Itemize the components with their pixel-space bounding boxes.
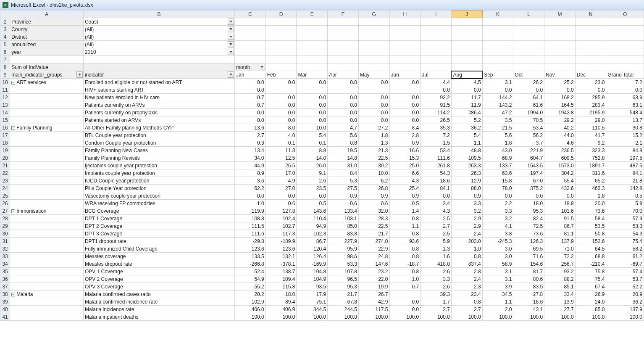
- value-cell[interactable]: 75.1: [297, 298, 328, 306]
- value-cell[interactable]: 48.8: [451, 147, 482, 154]
- value-cell[interactable]: 1.3: [358, 139, 389, 147]
- group-cell[interactable]: [10, 109, 84, 116]
- value-cell[interactable]: 0.9: [328, 192, 359, 200]
- value-cell[interactable]: 1.3: [421, 245, 452, 253]
- cell[interactable]: [297, 48, 328, 56]
- value-cell[interactable]: 95.9: [328, 245, 359, 253]
- indicator-cell[interactable]: DPT1 dropout rate: [83, 238, 234, 245]
- filter-dropdown-button[interactable]: [259, 64, 265, 70]
- value-cell[interactable]: 109.5: [451, 154, 482, 162]
- collapse-icon[interactable]: −: [11, 81, 15, 85]
- value-cell[interactable]: 26.5: [265, 162, 297, 169]
- value-cell[interactable]: 4.5: [451, 79, 482, 86]
- indicator-cell[interactable]: Enrolled and eligible but not started on…: [83, 79, 234, 86]
- value-cell[interactable]: 0.0: [358, 79, 389, 86]
- value-cell[interactable]: 133.4: [328, 207, 359, 215]
- value-cell[interactable]: 29.0: [575, 116, 606, 124]
- value-cell[interactable]: 63.9: [606, 94, 644, 101]
- cell[interactable]: [421, 63, 452, 71]
- group-cell[interactable]: [10, 313, 84, 321]
- value-cell[interactable]: 0.0: [606, 86, 644, 94]
- cell[interactable]: [544, 56, 576, 63]
- value-cell[interactable]: 24.8: [358, 253, 389, 260]
- value-cell[interactable]: 44.9: [235, 162, 266, 169]
- cell[interactable]: [575, 18, 606, 26]
- value-cell[interactable]: 0.0: [297, 192, 328, 200]
- value-cell[interactable]: 40.2: [544, 124, 576, 132]
- cell[interactable]: [421, 26, 452, 33]
- value-cell[interactable]: 95.3: [513, 207, 544, 215]
- value-cell[interactable]: 62.2: [235, 185, 266, 192]
- row-header-33[interactable]: 33: [0, 253, 10, 260]
- value-cell[interactable]: 5.9: [606, 200, 644, 207]
- pivot-filter-value[interactable]: 2010: [83, 48, 234, 56]
- value-cell[interactable]: -18.7: [389, 260, 421, 268]
- value-cell[interactable]: 12.5: [265, 154, 297, 162]
- value-cell[interactable]: 31.0: [328, 162, 359, 169]
- cell[interactable]: [544, 48, 576, 56]
- indicator-cell[interactable]: IUCD Couple year protection: [83, 177, 234, 185]
- value-cell[interactable]: 26.7: [358, 291, 389, 298]
- value-cell[interactable]: 16.6: [389, 147, 421, 154]
- value-cell[interactable]: 11.7: [451, 94, 482, 101]
- value-cell[interactable]: 9.1: [297, 169, 328, 177]
- row-header-28[interactable]: 28: [0, 215, 10, 222]
- cell[interactable]: [358, 56, 389, 63]
- value-cell[interactable]: 3.1: [482, 275, 513, 283]
- value-cell[interactable]: 27.7: [544, 306, 576, 313]
- month-header[interactable]: Jul: [421, 71, 452, 79]
- value-cell[interactable]: 285.9: [575, 94, 606, 101]
- group-cell[interactable]: [10, 298, 84, 306]
- indicator-cell[interactable]: New patients enrolled in HIV care: [83, 94, 234, 101]
- indicator-cell[interactable]: All Other Family planning Methods CYP: [83, 124, 234, 132]
- value-cell[interactable]: 323.3: [575, 147, 606, 154]
- value-cell[interactable]: 3.1: [482, 268, 513, 275]
- group-cell[interactable]: [10, 154, 84, 162]
- value-cell[interactable]: 115.8: [265, 283, 297, 291]
- value-cell[interactable]: 1.8: [575, 192, 606, 200]
- value-cell[interactable]: 2.1: [606, 139, 644, 147]
- value-cell[interactable]: 102.9: [235, 298, 266, 306]
- value-cell[interactable]: 100.0: [389, 313, 421, 321]
- value-cell[interactable]: 221.9: [513, 147, 544, 154]
- value-cell[interactable]: 55.2: [235, 283, 266, 291]
- value-cell[interactable]: 1.7: [421, 298, 452, 306]
- value-cell[interactable]: 0.0: [421, 86, 452, 94]
- value-cell[interactable]: 100.0: [328, 313, 359, 321]
- value-cell[interactable]: 102.3: [297, 230, 328, 238]
- value-cell[interactable]: 126.3: [513, 238, 544, 245]
- value-cell[interactable]: 56.2: [513, 132, 544, 139]
- value-cell[interactable]: 80.6: [513, 275, 544, 283]
- value-cell[interactable]: 8.4: [328, 169, 359, 177]
- value-cell[interactable]: 0.0: [297, 79, 328, 86]
- indicator-cell[interactable]: Measles coverage: [83, 253, 234, 260]
- value-cell[interactable]: 54.3: [421, 169, 452, 177]
- value-cell[interactable]: 0.9: [389, 192, 421, 200]
- filter-dropdown-button[interactable]: [228, 18, 234, 25]
- value-cell[interactable]: 0.8: [451, 253, 482, 260]
- group-cell[interactable]: [10, 177, 84, 185]
- value-cell[interactable]: 26.9: [575, 291, 606, 298]
- month-header[interactable]: Feb: [265, 71, 297, 79]
- indicator-cell[interactable]: DPT 1 Coverage: [83, 215, 234, 222]
- value-cell[interactable]: 57.9: [606, 215, 644, 222]
- group-cell[interactable]: [10, 215, 84, 222]
- value-cell[interactable]: 27.2: [358, 124, 389, 132]
- group-cell[interactable]: [10, 94, 84, 101]
- column-header-o[interactable]: O: [606, 11, 644, 18]
- value-cell[interactable]: 7.2: [421, 132, 452, 139]
- value-cell[interactable]: 4.7: [328, 124, 359, 132]
- value-cell[interactable]: 0.0: [421, 192, 452, 200]
- value-cell[interactable]: 143.6: [297, 207, 328, 215]
- value-cell[interactable]: 85.0: [328, 222, 359, 230]
- row-header-23[interactable]: 23: [0, 177, 10, 185]
- value-cell[interactable]: 2.6: [421, 268, 452, 275]
- row-header-26[interactable]: 26: [0, 200, 10, 207]
- value-cell[interactable]: -169.9: [297, 260, 328, 268]
- value-cell[interactable]: 22.5: [358, 154, 389, 162]
- value-cell[interactable]: 91.5: [544, 215, 576, 222]
- group-cell[interactable]: [10, 238, 84, 245]
- filter-dropdown-button[interactable]: [228, 34, 234, 40]
- cell[interactable]: [358, 26, 389, 33]
- column-header-k[interactable]: K: [482, 11, 513, 18]
